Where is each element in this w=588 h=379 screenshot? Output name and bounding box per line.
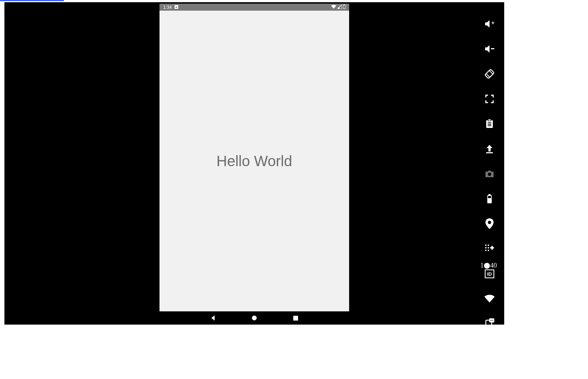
bottom-whitespace [0, 325, 588, 379]
battery-icon [343, 4, 345, 10]
fullscreen-button[interactable] [484, 93, 495, 104]
emulator-viewport: 1:34 Hello World [4, 2, 504, 325]
svg-rect-17 [488, 194, 491, 195]
svg-point-3 [252, 316, 257, 321]
svg-rect-4 [293, 316, 298, 321]
battery-button[interactable] [484, 193, 495, 204]
volume-up-button[interactable]: + [484, 18, 495, 29]
svg-point-26 [488, 250, 489, 251]
camera-button[interactable] [484, 168, 495, 179]
signal-icon [337, 5, 342, 10]
location-button[interactable] [484, 218, 495, 229]
svg-point-21 [485, 244, 487, 246]
nav-home-button[interactable] [251, 315, 258, 321]
svg-rect-28 [491, 246, 493, 250]
slide-disc-icon [484, 263, 490, 269]
upload-button[interactable] [484, 143, 495, 154]
svg-point-23 [485, 247, 487, 249]
svg-rect-6 [491, 48, 494, 49]
nav-back-button[interactable] [210, 315, 216, 321]
slide-number-b: 40 [490, 262, 497, 269]
svg-point-22 [488, 244, 489, 246]
svg-point-16 [488, 173, 491, 176]
svg-point-34 [491, 320, 492, 321]
more-controls-button[interactable] [484, 243, 495, 254]
android-nav-bar [159, 311, 349, 325]
svg-rect-19 [488, 196, 491, 198]
svg-point-35 [492, 320, 493, 321]
debug-icon [175, 5, 178, 10]
status-time: 1:34 [163, 5, 172, 10]
rotate-button[interactable] [484, 68, 495, 79]
svg-text:+: + [491, 19, 495, 26]
app-screen: Hello World [159, 11, 349, 311]
sms-button[interactable] [484, 318, 495, 329]
emulator-control-sidebar: + ID [481, 18, 498, 329]
device-frame: 1:34 Hello World [159, 4, 349, 325]
slide-number-a: 1 [480, 262, 484, 269]
svg-point-24 [488, 247, 489, 249]
clipboard-button[interactable] [484, 118, 495, 129]
status-left-group: 1:34 [163, 5, 178, 10]
svg-point-33 [490, 320, 491, 321]
wifi-icon [331, 5, 336, 10]
wifi-button[interactable] [484, 293, 495, 304]
nav-recents-button[interactable] [292, 315, 299, 321]
loading-progress-bar [0, 0, 64, 1]
id-button[interactable]: ID [484, 268, 495, 279]
svg-point-25 [485, 250, 487, 251]
svg-text:ID: ID [487, 271, 492, 277]
svg-rect-15 [486, 152, 493, 153]
slide-counter: 1 40 [480, 262, 497, 269]
svg-point-20 [488, 221, 491, 224]
status-right-group [331, 4, 345, 10]
android-status-bar: 1:34 [159, 4, 349, 11]
svg-rect-11 [488, 119, 491, 121]
volume-down-button[interactable] [484, 43, 495, 54]
hello-world-text: Hello World [216, 153, 292, 169]
svg-rect-2 [343, 5, 345, 9]
